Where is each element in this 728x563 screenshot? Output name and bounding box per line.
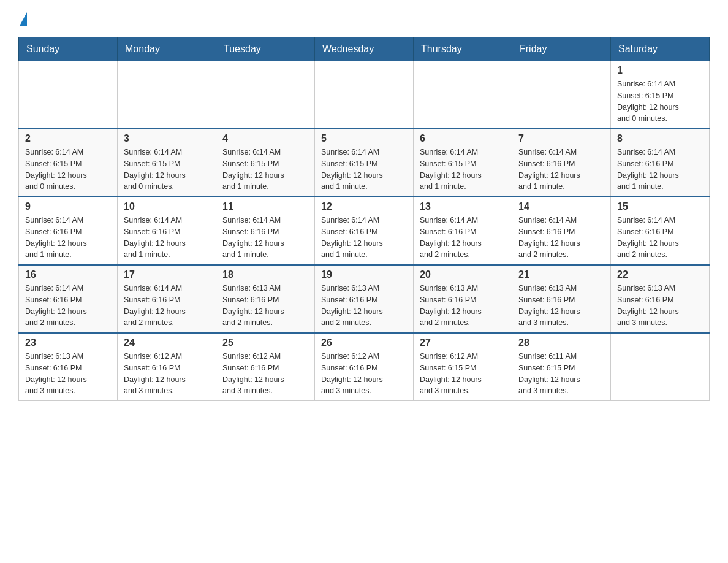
day-number: 4 xyxy=(222,133,308,144)
day-number: 3 xyxy=(124,133,210,144)
calendar-cell xyxy=(512,61,611,129)
calendar-cell: 9Sunrise: 6:14 AM Sunset: 6:16 PM Daylig… xyxy=(19,197,118,265)
day-info: Sunrise: 6:13 AM Sunset: 6:16 PM Dayligh… xyxy=(25,351,111,397)
calendar-cell: 16Sunrise: 6:14 AM Sunset: 6:16 PM Dayli… xyxy=(19,265,118,333)
day-info: Sunrise: 6:14 AM Sunset: 6:15 PM Dayligh… xyxy=(321,147,407,193)
calendar-cell: 21Sunrise: 6:13 AM Sunset: 6:16 PM Dayli… xyxy=(512,265,611,333)
day-number: 24 xyxy=(124,337,210,348)
day-number: 23 xyxy=(25,337,111,348)
day-info: Sunrise: 6:14 AM Sunset: 6:15 PM Dayligh… xyxy=(420,147,506,193)
calendar-cell: 4Sunrise: 6:14 AM Sunset: 6:15 PM Daylig… xyxy=(216,129,315,197)
day-info: Sunrise: 6:14 AM Sunset: 6:16 PM Dayligh… xyxy=(518,147,604,193)
calendar-week-row: 2Sunrise: 6:14 AM Sunset: 6:15 PM Daylig… xyxy=(19,129,710,197)
logo xyxy=(18,12,27,25)
calendar-cell: 23Sunrise: 6:13 AM Sunset: 6:16 PM Dayli… xyxy=(19,333,118,401)
calendar-cell xyxy=(216,61,315,129)
day-number: 5 xyxy=(321,133,407,144)
day-info: Sunrise: 6:12 AM Sunset: 6:16 PM Dayligh… xyxy=(321,351,407,397)
day-number: 19 xyxy=(321,269,407,280)
day-number: 12 xyxy=(321,201,407,212)
day-number: 14 xyxy=(518,201,604,212)
day-info: Sunrise: 6:12 AM Sunset: 6:16 PM Dayligh… xyxy=(222,351,308,397)
calendar-week-row: 1Sunrise: 6:14 AM Sunset: 6:15 PM Daylig… xyxy=(19,61,710,129)
day-info: Sunrise: 6:14 AM Sunset: 6:16 PM Dayligh… xyxy=(124,283,210,329)
day-number: 6 xyxy=(420,133,506,144)
day-number: 1 xyxy=(617,65,703,76)
day-of-week-header: Sunday xyxy=(19,37,118,61)
day-info: Sunrise: 6:14 AM Sunset: 6:16 PM Dayligh… xyxy=(25,283,111,329)
day-info: Sunrise: 6:12 AM Sunset: 6:15 PM Dayligh… xyxy=(420,351,506,397)
calendar-cell: 24Sunrise: 6:12 AM Sunset: 6:16 PM Dayli… xyxy=(118,333,216,401)
calendar-cell: 25Sunrise: 6:12 AM Sunset: 6:16 PM Dayli… xyxy=(216,333,315,401)
day-info: Sunrise: 6:14 AM Sunset: 6:16 PM Dayligh… xyxy=(420,215,506,261)
calendar-cell: 5Sunrise: 6:14 AM Sunset: 6:15 PM Daylig… xyxy=(315,129,414,197)
logo-triangle-icon xyxy=(20,12,27,26)
calendar-cell: 3Sunrise: 6:14 AM Sunset: 6:15 PM Daylig… xyxy=(118,129,216,197)
day-number: 22 xyxy=(617,269,703,280)
calendar-cell: 10Sunrise: 6:14 AM Sunset: 6:16 PM Dayli… xyxy=(118,197,216,265)
day-info: Sunrise: 6:13 AM Sunset: 6:16 PM Dayligh… xyxy=(321,283,407,329)
calendar-cell: 7Sunrise: 6:14 AM Sunset: 6:16 PM Daylig… xyxy=(512,129,611,197)
day-info: Sunrise: 6:14 AM Sunset: 6:15 PM Dayligh… xyxy=(25,147,111,193)
calendar-cell: 2Sunrise: 6:14 AM Sunset: 6:15 PM Daylig… xyxy=(19,129,118,197)
calendar-cell: 14Sunrise: 6:14 AM Sunset: 6:16 PM Dayli… xyxy=(512,197,611,265)
calendar-cell: 8Sunrise: 6:14 AM Sunset: 6:16 PM Daylig… xyxy=(611,129,710,197)
calendar-cell xyxy=(611,333,710,401)
day-of-week-header: Thursday xyxy=(414,37,512,61)
day-number: 9 xyxy=(25,201,111,212)
day-of-week-header: Saturday xyxy=(611,37,710,61)
day-info: Sunrise: 6:13 AM Sunset: 6:16 PM Dayligh… xyxy=(518,283,604,329)
day-info: Sunrise: 6:14 AM Sunset: 6:15 PM Dayligh… xyxy=(222,147,308,193)
day-info: Sunrise: 6:14 AM Sunset: 6:16 PM Dayligh… xyxy=(321,215,407,261)
day-info: Sunrise: 6:13 AM Sunset: 6:16 PM Dayligh… xyxy=(222,283,308,329)
calendar-cell: 22Sunrise: 6:13 AM Sunset: 6:16 PM Dayli… xyxy=(611,265,710,333)
calendar-cell: 17Sunrise: 6:14 AM Sunset: 6:16 PM Dayli… xyxy=(118,265,216,333)
calendar-cell xyxy=(315,61,414,129)
calendar-cell: 15Sunrise: 6:14 AM Sunset: 6:16 PM Dayli… xyxy=(611,197,710,265)
day-of-week-header: Friday xyxy=(512,37,611,61)
day-info: Sunrise: 6:11 AM Sunset: 6:15 PM Dayligh… xyxy=(518,351,604,397)
day-info: Sunrise: 6:14 AM Sunset: 6:16 PM Dayligh… xyxy=(617,215,703,261)
day-info: Sunrise: 6:13 AM Sunset: 6:16 PM Dayligh… xyxy=(420,283,506,329)
calendar-cell: 18Sunrise: 6:13 AM Sunset: 6:16 PM Dayli… xyxy=(216,265,315,333)
day-number: 11 xyxy=(222,201,308,212)
day-number: 15 xyxy=(617,201,703,212)
calendar-cell: 26Sunrise: 6:12 AM Sunset: 6:16 PM Dayli… xyxy=(315,333,414,401)
day-number: 27 xyxy=(420,337,506,348)
calendar-cell: 11Sunrise: 6:14 AM Sunset: 6:16 PM Dayli… xyxy=(216,197,315,265)
day-info: Sunrise: 6:14 AM Sunset: 6:15 PM Dayligh… xyxy=(617,79,703,124)
day-info: Sunrise: 6:14 AM Sunset: 6:15 PM Dayligh… xyxy=(124,147,210,193)
calendar-table: SundayMondayTuesdayWednesdayThursdayFrid… xyxy=(18,37,710,401)
calendar-cell: 6Sunrise: 6:14 AM Sunset: 6:15 PM Daylig… xyxy=(414,129,512,197)
day-info: Sunrise: 6:14 AM Sunset: 6:16 PM Dayligh… xyxy=(518,215,604,261)
day-info: Sunrise: 6:13 AM Sunset: 6:16 PM Dayligh… xyxy=(617,283,703,329)
day-info: Sunrise: 6:12 AM Sunset: 6:16 PM Dayligh… xyxy=(124,351,210,397)
calendar-cell xyxy=(118,61,216,129)
calendar-cell: 27Sunrise: 6:12 AM Sunset: 6:15 PM Dayli… xyxy=(414,333,512,401)
calendar-cell: 13Sunrise: 6:14 AM Sunset: 6:16 PM Dayli… xyxy=(414,197,512,265)
day-number: 2 xyxy=(25,133,111,144)
day-number: 25 xyxy=(222,337,308,348)
day-number: 16 xyxy=(25,269,111,280)
calendar-cell: 28Sunrise: 6:11 AM Sunset: 6:15 PM Dayli… xyxy=(512,333,611,401)
calendar-week-row: 16Sunrise: 6:14 AM Sunset: 6:16 PM Dayli… xyxy=(19,265,710,333)
day-number: 7 xyxy=(518,133,604,144)
day-number: 10 xyxy=(124,201,210,212)
calendar-week-row: 23Sunrise: 6:13 AM Sunset: 6:16 PM Dayli… xyxy=(19,333,710,401)
day-number: 8 xyxy=(617,133,703,144)
day-number: 21 xyxy=(518,269,604,280)
calendar-header-row: SundayMondayTuesdayWednesdayThursdayFrid… xyxy=(19,37,710,61)
calendar-cell: 1Sunrise: 6:14 AM Sunset: 6:15 PM Daylig… xyxy=(611,61,710,129)
day-info: Sunrise: 6:14 AM Sunset: 6:16 PM Dayligh… xyxy=(25,215,111,261)
day-info: Sunrise: 6:14 AM Sunset: 6:16 PM Dayligh… xyxy=(617,147,703,193)
calendar-cell: 20Sunrise: 6:13 AM Sunset: 6:16 PM Dayli… xyxy=(414,265,512,333)
day-of-week-header: Monday xyxy=(118,37,216,61)
day-info: Sunrise: 6:14 AM Sunset: 6:16 PM Dayligh… xyxy=(222,215,308,261)
page-header xyxy=(18,12,710,25)
day-number: 18 xyxy=(222,269,308,280)
day-number: 28 xyxy=(518,337,604,348)
day-number: 13 xyxy=(420,201,506,212)
day-number: 20 xyxy=(420,269,506,280)
day-number: 17 xyxy=(124,269,210,280)
calendar-cell xyxy=(19,61,118,129)
